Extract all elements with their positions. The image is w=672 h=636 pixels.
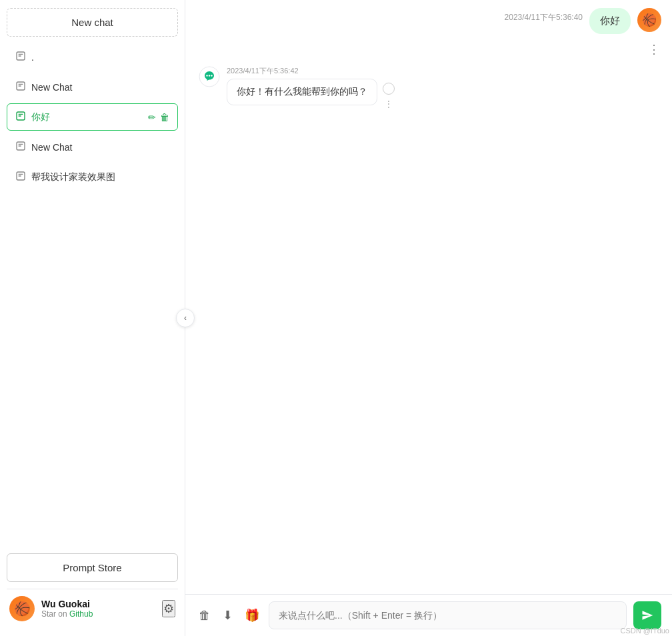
user-message-bubble: 你好 bbox=[589, 8, 631, 34]
delete-chat-item-button[interactable]: 🗑 bbox=[160, 112, 169, 123]
chat-item-design[interactable]: 帮我设计家装效果图 bbox=[7, 163, 178, 191]
message-select-radio[interactable] bbox=[383, 83, 395, 95]
message-timestamp: 2023/4/11下午5:36:42 bbox=[227, 66, 395, 76]
collapse-sidebar-button[interactable]: ‹ bbox=[176, 309, 195, 327]
chat-item-icon bbox=[15, 141, 26, 153]
chat-item-label: . bbox=[31, 52, 169, 63]
chat-item-label: 你好 bbox=[31, 111, 143, 123]
chat-header: 2023/4/11下午5:36:40 你好 🏀 bbox=[185, 0, 672, 39]
gift-button[interactable]: 🎁 bbox=[242, 605, 262, 625]
svg-point-6 bbox=[206, 75, 207, 76]
chat-item-icon bbox=[15, 111, 26, 123]
chat-item-actions: ✏🗑 bbox=[148, 112, 169, 123]
chat-item-label: New Chat bbox=[31, 142, 169, 153]
chat-bottom-bar: 🗑 ⬇ 🎁 bbox=[185, 594, 672, 636]
user-info: Wu Guokai Star on Github bbox=[41, 599, 155, 619]
chat-item-label: New Chat bbox=[31, 82, 169, 93]
main-chat: ‹ 2023/4/11下午5:36:40 你好 🏀 ⋮ 2023/4/11下午5… bbox=[185, 0, 672, 636]
message-more-button[interactable]: ⋮ bbox=[384, 99, 394, 109]
watermark: CSDN @ITduo bbox=[620, 627, 669, 635]
chat-list: .New Chat你好✏🗑New Chat帮我设计家装效果图 bbox=[7, 43, 178, 553]
send-button[interactable] bbox=[633, 601, 661, 629]
message-row: 2023/4/11下午5:36:42你好！有什么我能帮到你的吗？⋮ bbox=[199, 66, 659, 109]
delete-chat-button[interactable]: 🗑 bbox=[196, 606, 213, 625]
sidebar-bottom: Prompt Store 🏀 Wu Guokai Star on Github … bbox=[7, 553, 178, 628]
chat-item-dot[interactable]: . bbox=[7, 43, 178, 71]
user-sub: Star on Github bbox=[41, 609, 155, 619]
avatar: 🏀 bbox=[9, 596, 35, 621]
message-bubble-wrap: 你好！有什么我能帮到你的吗？⋮ bbox=[227, 79, 395, 109]
svg-point-7 bbox=[209, 75, 210, 76]
chat-item-icon bbox=[15, 51, 26, 63]
ai-avatar bbox=[199, 66, 220, 87]
chat-item-nihao[interactable]: 你好✏🗑 bbox=[7, 103, 178, 131]
chat-item-label: 帮我设计家装效果图 bbox=[31, 171, 169, 183]
github-link[interactable]: Github bbox=[69, 609, 93, 619]
ai-message-bubble: 你好！有什么我能帮到你的吗？ bbox=[227, 79, 377, 105]
chat-item-icon bbox=[15, 81, 26, 93]
chat-item-icon bbox=[15, 171, 26, 183]
user-profile: 🏀 Wu Guokai Star on Github ⚙ bbox=[7, 589, 178, 628]
message-content: 2023/4/11下午5:36:42你好！有什么我能帮到你的吗？⋮ bbox=[227, 66, 395, 109]
prompt-store-button[interactable]: Prompt Store bbox=[7, 553, 178, 582]
svg-point-8 bbox=[211, 75, 212, 76]
header-timestamp: 2023/4/11下午5:36:40 bbox=[505, 12, 583, 23]
new-chat-button[interactable]: New chat bbox=[7, 8, 178, 37]
edit-chat-button[interactable]: ✏ bbox=[148, 112, 156, 123]
chat-input[interactable] bbox=[269, 601, 627, 629]
user-avatar-header: 🏀 bbox=[637, 8, 661, 32]
user-name: Wu Guokai bbox=[41, 599, 155, 609]
chat-item-new-chat-2[interactable]: New Chat bbox=[7, 133, 178, 161]
download-button[interactable]: ⬇ bbox=[220, 605, 235, 625]
chat-messages: 2023/4/11下午5:36:42你好！有什么我能帮到你的吗？⋮ bbox=[185, 59, 672, 594]
header-more-button[interactable]: ⋮ bbox=[648, 42, 661, 57]
settings-button[interactable]: ⚙ bbox=[162, 600, 175, 617]
chat-item-new-chat-1[interactable]: New Chat bbox=[7, 73, 178, 101]
